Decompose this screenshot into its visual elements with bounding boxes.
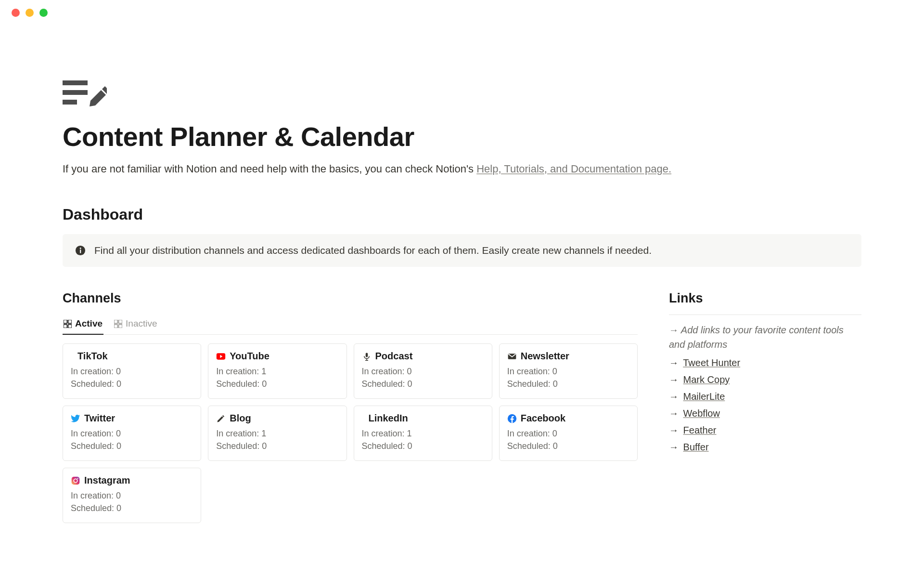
- channels-tabs: Active Inactive: [63, 315, 638, 335]
- link-text: Feather: [683, 425, 717, 435]
- stat-scheduled: Scheduled: 0: [216, 379, 338, 389]
- link-text: Mark Copy: [683, 374, 730, 385]
- link-item[interactable]: → MailerLite: [669, 391, 861, 402]
- newsletter-icon: [507, 352, 517, 361]
- divider: [669, 315, 861, 315]
- link-text: Tweet Hunter: [683, 357, 740, 368]
- channel-card-blog[interactable]: BlogIn creation: 1Scheduled: 0: [208, 406, 346, 461]
- channel-card-podcast[interactable]: PodcastIn creation: 0Scheduled: 0: [354, 343, 492, 399]
- dashboard-callout: Find all your distribution channels and …: [63, 234, 861, 267]
- channel-card-facebook[interactable]: FacebookIn creation: 0Scheduled: 0: [499, 406, 638, 461]
- stat-scheduled: Scheduled: 0: [507, 379, 629, 389]
- link-item[interactable]: → Buffer: [669, 442, 861, 453]
- svg-rect-7: [68, 320, 72, 323]
- svg-rect-20: [72, 476, 80, 485]
- link-item[interactable]: → Mark Copy: [669, 374, 861, 385]
- facebook-icon: [507, 414, 517, 423]
- channel-card-title: Blog: [230, 413, 251, 424]
- link-item[interactable]: → Webflow: [669, 408, 861, 419]
- podcast-icon: [362, 352, 372, 361]
- link-item[interactable]: → Tweet Hunter: [669, 357, 861, 368]
- stat-in-creation: In creation: 1: [216, 429, 338, 439]
- stat-scheduled: Scheduled: 0: [362, 441, 484, 451]
- channel-card-instagram[interactable]: InstagramIn creation: 0Scheduled: 0: [63, 468, 201, 523]
- stat-in-creation: In creation: 0: [507, 367, 629, 377]
- links-list: → Tweet Hunter→ Mark Copy→ MailerLite→ W…: [669, 357, 861, 453]
- channel-card-newsletter[interactable]: NewsletterIn creation: 0Scheduled: 0: [499, 343, 638, 399]
- svg-rect-9: [68, 324, 72, 328]
- window-controls: [0, 0, 924, 26]
- instagram-icon: [71, 476, 80, 486]
- channels-heading: Channels: [63, 291, 638, 306]
- stat-scheduled: Scheduled: 0: [362, 379, 484, 389]
- window-minimize-button[interactable]: [26, 9, 34, 17]
- links-hint: → Add links to your favorite content too…: [669, 323, 861, 352]
- stat-in-creation: In creation: 0: [507, 429, 629, 439]
- channel-card-title: Twitter: [84, 413, 115, 424]
- page-icon-edit[interactable]: [63, 79, 861, 107]
- svg-rect-6: [64, 320, 67, 323]
- stat-in-creation: In creation: 1: [216, 367, 338, 377]
- page-title: Content Planner & Calendar: [63, 121, 861, 152]
- twitter-icon: [71, 414, 80, 423]
- help-docs-link[interactable]: Help, Tutorials, and Documentation page.: [476, 163, 671, 175]
- stat-in-creation: In creation: 0: [362, 367, 484, 377]
- stat-in-creation: In creation: 0: [71, 367, 193, 377]
- window-close-button[interactable]: [12, 9, 20, 17]
- link-text: Webflow: [683, 408, 720, 419]
- channel-card-title: Facebook: [521, 413, 565, 424]
- channel-card-linkedin[interactable]: LinkedInIn creation: 1Scheduled: 0: [354, 406, 492, 461]
- svg-rect-11: [119, 320, 122, 323]
- svg-rect-0: [63, 80, 88, 85]
- callout-text: Find all your distribution channels and …: [94, 245, 652, 256]
- link-text: MailerLite: [683, 391, 725, 402]
- channel-card-title: Newsletter: [521, 351, 569, 362]
- links-heading: Links: [669, 291, 861, 306]
- arrow-icon: →: [669, 425, 679, 435]
- arrow-icon: →: [669, 391, 679, 402]
- gallery-icon: [114, 320, 122, 328]
- channel-card-title: TikTok: [77, 351, 108, 362]
- svg-rect-15: [365, 353, 368, 357]
- link-text: Buffer: [683, 442, 709, 452]
- gallery-icon: [64, 320, 72, 328]
- stat-scheduled: Scheduled: 0: [71, 441, 193, 451]
- stat-in-creation: In creation: 0: [71, 429, 193, 439]
- channel-card-youtube[interactable]: YouTubeIn creation: 1Scheduled: 0: [208, 343, 346, 399]
- stat-scheduled: Scheduled: 0: [507, 441, 629, 451]
- stat-scheduled: Scheduled: 0: [216, 441, 338, 451]
- svg-rect-4: [80, 250, 81, 253]
- svg-rect-17: [365, 360, 368, 361]
- tab-active[interactable]: Active: [63, 315, 103, 335]
- svg-rect-13: [119, 324, 122, 328]
- svg-rect-16: [366, 358, 367, 360]
- svg-rect-2: [63, 100, 77, 105]
- svg-rect-12: [114, 324, 117, 328]
- stat-scheduled: Scheduled: 0: [71, 379, 193, 389]
- channel-card-twitter[interactable]: TwitterIn creation: 0Scheduled: 0: [63, 406, 201, 461]
- youtube-icon: [216, 352, 226, 361]
- blog-icon: [216, 414, 226, 423]
- stat-in-creation: In creation: 0: [71, 491, 193, 501]
- svg-rect-10: [114, 320, 117, 323]
- arrow-icon: →: [669, 408, 679, 419]
- svg-rect-8: [64, 324, 67, 328]
- arrow-icon: →: [669, 357, 679, 368]
- channel-card-title: Instagram: [84, 475, 130, 486]
- channel-card-title: LinkedIn: [369, 413, 408, 424]
- window-maximize-button[interactable]: [39, 9, 48, 17]
- arrow-icon: →: [669, 374, 679, 385]
- tab-inactive[interactable]: Inactive: [113, 315, 158, 335]
- dashboard-heading: Dashboard: [63, 206, 861, 223]
- svg-point-22: [77, 478, 78, 479]
- info-icon: [75, 245, 86, 256]
- arrow-icon: →: [669, 442, 679, 452]
- stat-scheduled: Scheduled: 0: [71, 503, 193, 513]
- channels-grid: TikTokIn creation: 0Scheduled: 0YouTubeI…: [63, 343, 638, 523]
- channel-card-title: Podcast: [375, 351, 413, 362]
- channel-card-tiktok[interactable]: TikTokIn creation: 0Scheduled: 0: [63, 343, 201, 399]
- intro-text: If you are not familiar with Notion and …: [63, 161, 861, 177]
- svg-rect-1: [63, 90, 88, 95]
- svg-point-5: [80, 248, 81, 249]
- link-item[interactable]: → Feather: [669, 425, 861, 436]
